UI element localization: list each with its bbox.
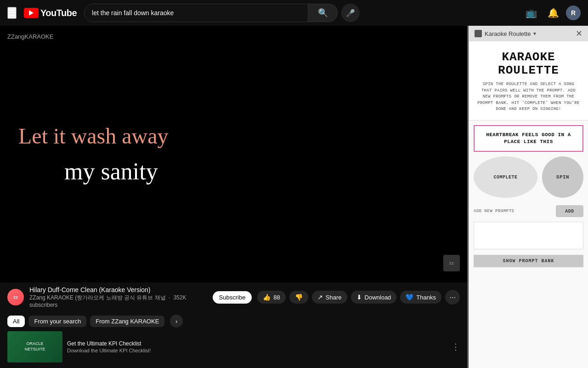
search-icon: 🔍 xyxy=(318,8,328,18)
kr-title-line1: KARAOKE ROULETTE xyxy=(476,51,581,77)
download-icon: ⬇ xyxy=(356,293,362,301)
bell-icon: 🔔 xyxy=(548,7,559,18)
tab-all[interactable]: All xyxy=(7,316,25,327)
panel-dropdown-button[interactable]: ▾ xyxy=(533,30,536,37)
youtube-logo-text: YouTube xyxy=(40,8,77,18)
kr-add-label: ADD NEW PROMPTS xyxy=(474,209,552,213)
search-button[interactable]: 🔍 xyxy=(308,4,338,22)
suggestion-meta: Download the Ultimate KPI Checklist! xyxy=(67,348,447,353)
cast-button[interactable]: 📺 xyxy=(522,4,540,22)
dislike-icon: 👎 xyxy=(295,293,303,301)
thanks-icon: 💙 xyxy=(406,293,413,301)
video-controls: ZZ Hilary Duff-Come Clean (Karaoke Versi… xyxy=(0,282,467,368)
panel-title: Karaoke Roulette xyxy=(485,30,531,37)
watermark: ZZ xyxy=(443,255,460,271)
filter-tabs: All From your search From ZZang KARAOKE … xyxy=(7,312,460,329)
suggestion-info: Get the Ultimate KPI Checklist Download … xyxy=(67,340,447,353)
like-button[interactable]: 👍 88 xyxy=(257,291,285,304)
topbar: ☰ YouTube 🔍 🎤 📺 🔔 R xyxy=(0,0,588,26)
suggestion-title: Get the Ultimate KPI Checklist xyxy=(67,340,447,347)
more-icon: ⋯ xyxy=(450,294,456,301)
dislike-button[interactable]: 👎 xyxy=(289,291,308,304)
complete-button[interactable]: COMPLETE xyxy=(474,156,537,198)
kr-logo-section: KARAOKE ROULETTE SPIN THE ROULETTE AND S… xyxy=(469,41,588,121)
action-buttons: 👍 88 👎 ↗ Share ⬇ Download xyxy=(257,290,460,305)
kr-add-section: ADD NEW PROMPTS ADD xyxy=(469,202,588,220)
suggestion-more-button[interactable]: ⋮ xyxy=(452,342,460,352)
channel-avatar-inner: ZZ xyxy=(7,289,24,305)
suggestion-thumb-text: ORACLENETSUITE xyxy=(25,341,45,352)
suggestion-thumb-inner: ORACLENETSUITE xyxy=(7,331,62,362)
lyrics-container: Let it wash away my sanity xyxy=(0,123,467,185)
search-area: 🔍 🎤 xyxy=(84,4,360,22)
panel-close-button[interactable]: ✕ xyxy=(576,29,582,38)
panel-header: Karaoke Roulette ▾ ✕ xyxy=(469,26,588,41)
video-info-row: ZZ Hilary Duff-Come Clean (Karaoke Versi… xyxy=(7,286,460,308)
search-input-wrapper xyxy=(84,4,308,22)
share-label: Share xyxy=(326,294,342,301)
lyric-line2: my sanity xyxy=(64,158,449,185)
tab-from-zzang[interactable]: From ZZang KARAOKE xyxy=(90,316,164,327)
kr-prompt-box: HEARTBREAK FEELS GOOD IN A PLACE LIKE TH… xyxy=(474,125,583,152)
mic-button[interactable]: 🎤 xyxy=(341,4,360,22)
thanks-button[interactable]: 💙 Thanks xyxy=(400,291,441,304)
video-title: Hilary Duff-Come Clean (Karaoke Version) xyxy=(29,286,207,293)
panel-header-left: Karaoke Roulette ▾ xyxy=(475,30,536,37)
youtube-logo[interactable]: YouTube xyxy=(24,8,77,18)
video-title-info: Hilary Duff-Come Clean (Karaoke Version)… xyxy=(29,286,207,308)
like-icon: 👍 xyxy=(263,293,271,301)
search-input[interactable] xyxy=(92,9,300,17)
kr-description: SPIN THE ROULETTE AND SELECT A SONG THAT… xyxy=(476,81,581,113)
kr-input-area[interactable] xyxy=(474,222,583,249)
video-area: ZZangKARAOKE Let it wash away my sanity … xyxy=(0,26,467,368)
kr-buttons-row: COMPLETE SPIN xyxy=(469,156,588,198)
suggestion-item: ORACLENETSUITE Get the Ultimate KPI Chec… xyxy=(7,329,460,364)
thanks-label: Thanks xyxy=(416,294,436,301)
spin-button[interactable]: SPIN xyxy=(542,156,583,198)
like-count: 88 xyxy=(273,294,280,301)
more-button[interactable]: ⋯ xyxy=(445,290,460,305)
hamburger-icon[interactable]: ☰ xyxy=(7,7,17,19)
topbar-left: ☰ YouTube xyxy=(7,7,77,19)
suggestion-thumbnail: ORACLENETSUITE xyxy=(7,331,62,362)
channel-avatar[interactable]: ZZ xyxy=(7,289,24,305)
share-icon: ↗ xyxy=(317,293,323,301)
notifications-button[interactable]: 🔔 xyxy=(544,4,562,22)
tab-from-search[interactable]: From your search xyxy=(28,316,86,327)
share-button[interactable]: ↗ Share xyxy=(312,291,347,304)
sidebar-panel: Karaoke Roulette ▾ ✕ KARAOKE ROULETTE SP… xyxy=(469,26,588,368)
filter-chevron-button[interactable]: › xyxy=(170,315,183,328)
topbar-right: 📺 🔔 R xyxy=(522,4,581,22)
download-label: Download xyxy=(365,294,391,301)
mic-icon: 🎤 xyxy=(346,9,355,17)
cast-icon: 📺 xyxy=(526,7,537,18)
add-button[interactable]: ADD xyxy=(556,205,583,217)
main-content: ZZangKARAOKE Let it wash away my sanity … xyxy=(0,26,588,368)
youtube-logo-icon xyxy=(24,8,39,18)
panel-favicon xyxy=(475,30,482,37)
show-prompt-bank-button[interactable]: SHOW PROMPT BANK xyxy=(474,255,583,267)
panel-body: KARAOKE ROULETTE SPIN THE ROULETTE AND S… xyxy=(469,41,588,368)
channel-name-label: ZZang KARAOKE (짱가라오케 노래방 공식 유튜브 채널 · 352… xyxy=(29,294,207,308)
subscribe-button[interactable]: Subscribe xyxy=(213,291,252,304)
lyric-line1: Let it wash away xyxy=(18,123,449,149)
channel-label: ZZangKARAOKE xyxy=(7,33,53,40)
kr-prompt-text: HEARTBREAK FEELS GOOD IN A PLACE LIKE TH… xyxy=(480,132,577,146)
download-button[interactable]: ⬇ Download xyxy=(351,291,397,304)
avatar[interactable]: R xyxy=(566,6,581,20)
video-player[interactable]: ZZangKARAOKE Let it wash away my sanity … xyxy=(0,26,467,282)
